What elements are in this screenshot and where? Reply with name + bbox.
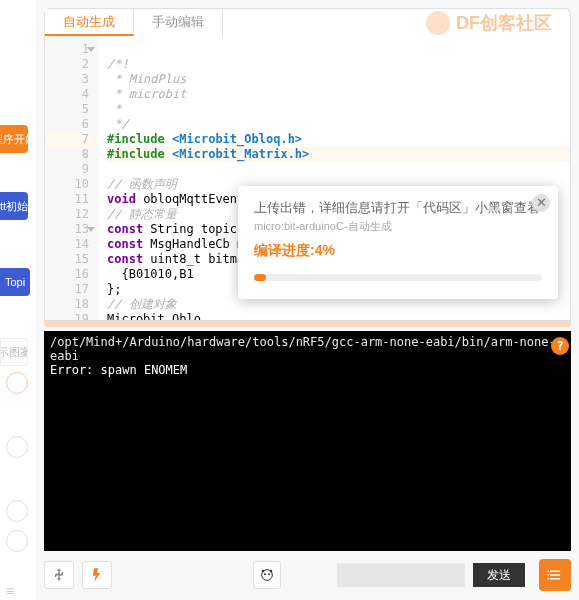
console-line-error: Error: spawn ENOMEM	[50, 363, 565, 377]
tab-auto-generate[interactable]: 自动生成	[45, 9, 134, 36]
left-sidebar: 程序开始 tt初始 Topi 示图案 ≡	[0, 0, 36, 600]
help-icon[interactable]: ?	[551, 337, 569, 355]
serial-input[interactable]	[337, 563, 465, 587]
sidebar-dot4-icon[interactable]	[6, 530, 28, 552]
bottom-toolbar: 发送	[44, 555, 571, 595]
brand-circle-icon	[426, 11, 450, 35]
popup-message: 上传出错，详细信息请打开「代码区」小黑窗查看	[254, 200, 542, 217]
tab-bar: 自动生成 手动编辑 DF创客社区	[44, 8, 571, 36]
svg-point-6	[548, 574, 550, 576]
progress-fill	[254, 274, 266, 281]
sidebar-dot-icon[interactable]	[6, 372, 28, 394]
svg-point-4	[270, 570, 273, 573]
svg-point-5	[548, 571, 550, 573]
line-gutter: 1 2 3 4 5 6 7 8 9 10 11 12 13 14 15 16 1…	[45, 36, 99, 320]
tab-manual-edit[interactable]: 手动编辑	[134, 9, 223, 36]
console-output[interactable]: /opt/Mind+/Arduino/hardware/tools/nRF5/g…	[44, 331, 571, 551]
editor-divider	[44, 321, 571, 327]
sidebar-pill-topic[interactable]: Topi	[0, 268, 30, 296]
panda-icon[interactable]	[253, 561, 281, 589]
svg-point-7	[548, 578, 550, 580]
svg-point-2	[268, 573, 270, 575]
send-button[interactable]: 发送	[473, 563, 525, 587]
popup-subtitle: micro:bit-arduinoC-自动生成	[254, 219, 542, 234]
list-toggle-button[interactable]	[539, 559, 571, 591]
console-line-path: /opt/Mind+/Arduino/hardware/tools/nRF5/g…	[50, 335, 565, 363]
progress-bar	[254, 274, 542, 281]
svg-point-1	[264, 573, 266, 575]
sidebar-dot2-icon[interactable]	[6, 436, 28, 458]
flash-icon[interactable]	[82, 561, 112, 589]
sidebar-menu-icon[interactable]: ≡	[6, 583, 14, 599]
brand-logo: DF创客社区	[426, 11, 552, 35]
sidebar-pill-start[interactable]: 程序开始	[0, 125, 28, 153]
usb-icon[interactable]	[44, 561, 74, 589]
upload-error-popup: ✕ 上传出错，详细信息请打开「代码区」小黑窗查看 micro:bit-ardui…	[238, 186, 558, 299]
sidebar-dot3-icon[interactable]	[6, 500, 28, 522]
close-icon[interactable]: ✕	[532, 194, 550, 212]
sidebar-pill-pattern[interactable]: 示图案	[0, 338, 28, 366]
progress-label: 编译进度:4%	[254, 242, 542, 260]
sidebar-pill-init[interactable]: tt初始	[0, 192, 28, 220]
svg-point-3	[262, 570, 265, 573]
